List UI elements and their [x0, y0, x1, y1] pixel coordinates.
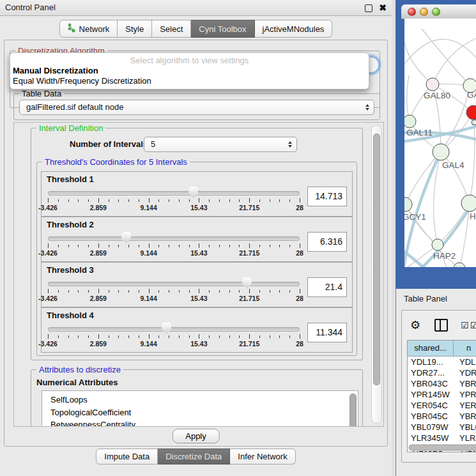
tick-label: 9.144	[140, 204, 157, 211]
tick-label: 28	[296, 204, 303, 211]
slider-tick	[179, 199, 180, 202]
tab-network[interactable]: Network	[59, 20, 118, 38]
thresholds-title: Threshold's Coordinates for 5 Intervals	[42, 157, 190, 167]
slider-track	[48, 282, 300, 286]
tab-infer-network[interactable]: Infer Network	[230, 449, 295, 464]
network-node[interactable]	[432, 239, 443, 250]
slider-handle[interactable]	[121, 232, 131, 243]
tick-label: 21.715	[239, 295, 259, 302]
slider-handle[interactable]	[162, 323, 171, 334]
cell-shared-name: YBL079W	[408, 422, 457, 433]
checkbox-icon[interactable]: ☑	[461, 320, 469, 330]
tab-cyni-toolbox[interactable]: Cyni Toolbox	[191, 20, 254, 38]
slider-tick	[300, 198, 300, 203]
vertical-scrollbar-thumb[interactable]	[373, 134, 380, 385]
float-icon[interactable]	[365, 4, 372, 12]
table-row[interactable]: YBL079WYBL0	[408, 422, 476, 433]
slider-tick	[259, 335, 260, 338]
tab-select[interactable]: Select	[152, 20, 191, 38]
slider-tick	[109, 290, 109, 293]
split-view-icon[interactable]	[434, 319, 448, 332]
algorithm-dropdown-popup: Select algorithm to view settings Manual…	[10, 52, 369, 89]
table-row[interactable]: YDR27...YDR2	[408, 367, 476, 378]
slider-handle[interactable]	[242, 277, 252, 289]
horizontal-scrollbar-thumb[interactable]	[409, 445, 476, 450]
table-row[interactable]: YDL19...YDL1	[408, 357, 476, 367]
column-header-shared-name[interactable]: shared...	[408, 341, 454, 356]
table-row[interactable]: YBR045CYBR0	[408, 411, 476, 422]
slider-tick	[158, 199, 159, 202]
slider-tick	[78, 335, 79, 338]
cell-shared-name: YLR345W	[408, 433, 457, 443]
slider-tick	[58, 290, 59, 293]
slider-tick	[249, 289, 250, 293]
threshold-value-field[interactable]: 14.713	[307, 187, 347, 206]
algorithm-option-manual-discretization[interactable]: Manual Discretization	[10, 65, 369, 75]
tab-jactivemnodules[interactable]: jActiveMNodules	[255, 20, 333, 38]
slider-handle[interactable]	[188, 187, 198, 198]
checkbox-icon[interactable]: ☑	[470, 320, 476, 330]
table-row[interactable]: YER054CYER0	[408, 400, 476, 411]
network-node[interactable]	[404, 197, 412, 211]
column-header-name[interactable]: n	[454, 341, 476, 356]
threshold-value-field[interactable]: 21.4	[307, 277, 347, 297]
table-row[interactable]: YPR145WYPR1	[408, 389, 476, 400]
attribute-list-item[interactable]: SelfLoops	[42, 394, 358, 406]
table-panel-title: Table Panel	[404, 294, 447, 303]
tab-label: Discretize Data	[165, 452, 222, 461]
attributes-listbox[interactable]: SelfLoopsTopologicalCoefficientBetweenne…	[42, 390, 358, 427]
tick-label: -3.426	[38, 204, 58, 211]
zoom-traffic-light-icon[interactable]	[432, 8, 440, 16]
tab-label: Network	[79, 24, 110, 34]
close-traffic-light-icon[interactable]	[408, 8, 416, 16]
panel-title: Control Panel	[5, 0, 56, 15]
threshold-slider[interactable]: -3.4262.8599.14415.4321.71528	[48, 231, 300, 260]
slider-tick	[68, 199, 69, 202]
vertical-scrollbar-track[interactable]	[371, 125, 382, 424]
threshold-label: Threshold 3	[47, 265, 94, 275]
network-node[interactable]	[433, 144, 449, 160]
network-node[interactable]	[454, 263, 465, 267]
horizontal-scrollbar-track[interactable]	[408, 444, 476, 451]
slider-tick	[98, 334, 99, 339]
network-window-titlebar[interactable]	[401, 4, 476, 19]
close-icon[interactable]: ✖	[379, 2, 387, 13]
table-data-combobox[interactable]: galFiltered.sif default node	[19, 100, 374, 115]
slider-tick	[169, 245, 169, 247]
tab-style[interactable]: Style	[118, 20, 152, 38]
tab-label: Select	[160, 24, 183, 34]
tab-label: Cyni Toolbox	[199, 24, 246, 34]
network-node[interactable]	[461, 195, 476, 211]
apply-button[interactable]: Apply	[172, 429, 220, 443]
attributes-group: Attributes to discretize Numerical Attri…	[31, 369, 363, 427]
slider-tick	[300, 289, 300, 293]
gear-icon[interactable]: ⚙	[410, 319, 420, 331]
tab-discretize-data[interactable]: Discretize Data	[158, 449, 230, 464]
threshold-slider[interactable]: -3.4262.8599.14415.4321.71528	[48, 276, 300, 305]
attribute-list-item[interactable]: BetweennessCentrality	[42, 418, 358, 427]
table-row[interactable]: YBR043CYBR0	[408, 378, 476, 389]
slider-tick	[169, 335, 169, 338]
tab-impute-data[interactable]: Impute Data	[96, 449, 158, 464]
dropdown-hint: Select algorithm to view settings	[10, 56, 369, 65]
algorithm-option-equal-width-frequency-discretization[interactable]: Equal Width/Frequency Discretization	[10, 75, 369, 86]
attribute-list-item[interactable]: TopologicalCoefficient	[42, 406, 358, 419]
slider-tick	[219, 290, 220, 293]
threshold-value-field[interactable]: 11.344	[307, 323, 347, 342]
table-data-group: Table Data galFiltered.sif default node	[13, 93, 380, 120]
threshold-value-field[interactable]: 6.316	[307, 232, 347, 252]
slider-tick	[58, 335, 59, 338]
list-scrollbar[interactable]	[349, 394, 357, 427]
number-of-intervals-combobox[interactable]: 5	[144, 137, 297, 152]
network-node[interactable]	[404, 115, 416, 128]
table-row[interactable]: YLR345WYLR3	[408, 433, 476, 443]
threshold-slider[interactable]: -3.4262.8599.14415.4321.71528	[48, 185, 300, 215]
network-canvas[interactable]: GAL80GACGAL11GAL4GCY1HHAP2	[404, 19, 476, 267]
network-node[interactable]	[426, 78, 439, 91]
slider-tick	[78, 199, 79, 202]
threshold-slider[interactable]: -3.4262.8599.14415.4321.71528	[48, 321, 300, 351]
minimize-traffic-light-icon[interactable]	[420, 8, 428, 16]
network-node-label: GAL11	[406, 128, 433, 137]
slider-tick	[209, 335, 210, 338]
cell-name: YDR2	[457, 367, 476, 378]
